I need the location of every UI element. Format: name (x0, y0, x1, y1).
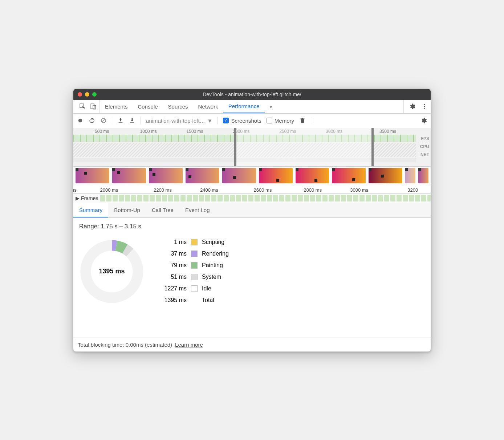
filmstrip-thumb[interactable] (186, 168, 219, 183)
legend-label: Idle (202, 285, 229, 292)
clear-icon[interactable] (100, 117, 107, 124)
range-label: Range: 1.75 s – 3.15 s (79, 223, 425, 230)
legend-value: 37 ms (159, 250, 187, 257)
timeline-tick: 2600 ms (254, 187, 272, 193)
tab-network[interactable]: Network (193, 100, 223, 113)
checkbox-unchecked-icon (267, 118, 272, 123)
timeline-tick: 2400 ms (200, 187, 218, 193)
inspect-icon[interactable] (79, 103, 86, 110)
frames-track[interactable]: ▶Frames (73, 194, 431, 203)
filmstrip-thumb[interactable] (112, 168, 146, 183)
tab-performance[interactable]: Performance (223, 100, 265, 113)
overview-tick: 3500 ms (379, 129, 396, 134)
overview-tick: 1500 ms (187, 129, 203, 134)
legend-swatch (191, 262, 198, 269)
subtab-summary[interactable]: Summary (73, 203, 108, 217)
expand-icon[interactable]: ▶ (76, 195, 80, 201)
tab-console[interactable]: Console (133, 100, 163, 113)
legend-label: System (202, 274, 229, 280)
filmstrip-thumb[interactable] (222, 168, 256, 183)
memory-checkbox[interactable]: Memory (267, 118, 294, 124)
tab-elements[interactable]: Elements (100, 100, 133, 113)
legend-value: 1 ms (159, 239, 187, 245)
frames-label: Frames (81, 195, 98, 201)
timeline-tick: 2800 ms (304, 187, 322, 193)
device-toggle-icon[interactable] (90, 103, 97, 110)
filmstrip-thumb[interactable] (259, 168, 293, 183)
timeline-tick: ms (73, 187, 77, 193)
recording-select[interactable]: animation-with-top-left… ▼ (146, 118, 212, 124)
subtab-bottom-up[interactable]: Bottom-Up (108, 203, 146, 217)
legend-label: Scripting (202, 239, 229, 245)
overview-selection[interactable] (234, 128, 374, 166)
timeline-tick: 2200 ms (154, 187, 172, 193)
settings-gear-icon[interactable] (420, 117, 427, 124)
gear-icon[interactable] (409, 103, 415, 110)
legend-value: 1227 ms (159, 285, 187, 292)
overview-tick: 500 ms (95, 129, 109, 134)
filmstrip-thumb[interactable] (405, 168, 415, 183)
summary-panel: Range: 1.75 s – 3.15 s 1395 ms 1 ms Scri… (73, 218, 431, 338)
svg-point-5 (424, 108, 425, 109)
overview-tick: 1000 ms (140, 129, 157, 134)
screenshots-label: Screenshots (231, 118, 261, 124)
footer: Total blocking time: 0.00ms (estimated) … (73, 338, 431, 351)
memory-label: Memory (275, 118, 294, 124)
timeline-tick: 2000 ms (100, 187, 118, 193)
main-tabbar: ElementsConsoleSourcesNetworkPerformance… (73, 100, 431, 114)
chevron-down-icon: ▼ (207, 118, 213, 124)
titlebar: DevTools - animation-with-top-left.glitc… (73, 89, 431, 100)
legend-label: Painting (202, 262, 229, 269)
upload-icon[interactable] (117, 117, 124, 124)
subtab-event-log[interactable]: Event Log (179, 203, 216, 217)
kebab-icon[interactable] (421, 103, 428, 110)
timeline-tick: 3000 ms (350, 187, 368, 193)
tab-sources[interactable]: Sources (163, 100, 193, 113)
legend-total-label: Total (202, 297, 229, 303)
svg-rect-1 (91, 104, 94, 109)
frames-strip (100, 195, 431, 201)
svg-point-4 (424, 106, 425, 107)
screenshots-checkbox[interactable]: ✓ Screenshots (223, 118, 261, 124)
timeline-tick: 3200 (407, 187, 418, 193)
filmstrip[interactable] (73, 167, 431, 185)
filmstrip-thumb[interactable] (149, 168, 183, 183)
blocking-time-text: Total blocking time: 0.00ms (estimated) (78, 342, 172, 348)
svg-point-6 (78, 119, 82, 123)
filmstrip-thumb[interactable] (76, 168, 109, 183)
flamechart-ruler[interactable]: ms2000 ms2200 ms2400 ms2600 ms2800 ms300… (73, 185, 431, 194)
summary-legend: 1 ms Scripting37 ms Rendering79 ms Paint… (159, 239, 229, 303)
legend-swatch (191, 250, 198, 257)
legend-label: Rendering (202, 250, 229, 257)
subtab-call-tree[interactable]: Call Tree (146, 203, 179, 217)
detail-tabs: SummaryBottom-UpCall TreeEvent Log (73, 203, 431, 218)
learn-more-link[interactable]: Learn more (175, 342, 203, 348)
recording-select-label: animation-with-top-left… (146, 118, 205, 124)
legend-swatch (191, 239, 198, 245)
filmstrip-thumb[interactable] (332, 168, 366, 183)
window-title: DevTools - animation-with-top-left.glitc… (73, 91, 431, 97)
trash-icon[interactable] (299, 117, 306, 124)
download-icon[interactable] (129, 117, 135, 124)
overflow-tabs-button[interactable]: » (265, 100, 278, 113)
legend-swatch (191, 285, 198, 292)
filmstrip-thumb[interactable] (418, 168, 428, 183)
record-icon[interactable] (77, 117, 84, 124)
filmstrip-thumb[interactable] (296, 168, 329, 183)
overview-timeline[interactable]: 500 ms1000 ms1500 ms2000 ms2500 ms3000 m… (73, 128, 431, 167)
reload-icon[interactable] (89, 117, 95, 124)
checkbox-checked-icon: ✓ (223, 118, 229, 123)
legend-swatch (191, 274, 198, 280)
legend-total-value: 1395 ms (159, 297, 187, 303)
legend-value: 79 ms (159, 262, 187, 269)
svg-point-3 (424, 104, 425, 105)
filmstrip-thumb[interactable] (369, 168, 402, 183)
devtools-window: DevTools - animation-with-top-left.glitc… (73, 89, 431, 352)
legend-value: 51 ms (159, 274, 187, 280)
overview-row-labels: FPSCPUNET (420, 135, 429, 159)
summary-donut: 1395 ms (79, 239, 145, 304)
perf-toolbar: animation-with-top-left… ▼ ✓ Screenshots… (73, 114, 431, 128)
donut-center-value: 1395 ms (79, 239, 145, 304)
